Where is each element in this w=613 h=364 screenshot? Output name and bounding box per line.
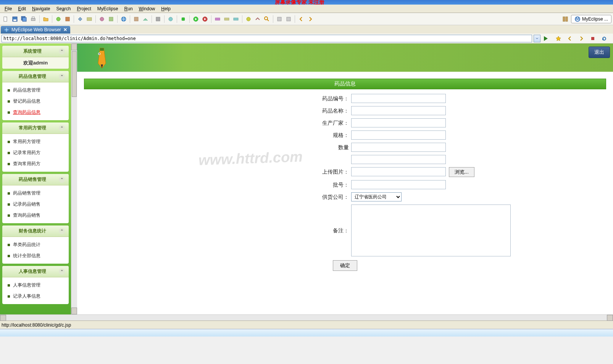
input-quantity[interactable] [351,143,446,152]
save-icon[interactable] [11,15,19,23]
stop-icon[interactable] [589,34,597,43]
forward-icon[interactable] [306,15,315,23]
input-manufacturer[interactable] [351,118,446,127]
bullet-icon [8,100,10,103]
sidebar-item[interactable]: 药品销售管理 [2,188,69,199]
collapse-icon[interactable]: ⌃ [59,177,65,183]
menu-navigate[interactable]: Navigate [29,5,53,12]
browse-button[interactable]: 浏览... [449,167,474,177]
menu-file[interactable]: File [2,5,15,12]
tool-icon-2[interactable] [63,15,72,23]
search-icon[interactable] [263,15,271,23]
collapse-icon[interactable]: ⌃ [59,228,65,234]
debug-icon[interactable] [179,15,187,23]
run-ext-icon[interactable] [201,15,209,23]
sidebar-item-label: 药品销售管理 [13,190,40,196]
url-input[interactable] [2,35,532,42]
sidebar-item-label: 人事信息管理 [13,282,40,288]
sidebar-header[interactable]: 财务信息统计⌃ [2,225,69,237]
sidebar-item-label: 查询药品信息 [13,109,40,116]
tool-icon-7[interactable] [132,15,140,23]
logout-button[interactable]: 退出 [589,47,610,58]
sidebar-item[interactable]: 记录药品销售 [2,199,69,210]
tool-icon-15[interactable] [253,15,262,23]
sidebar-item[interactable]: 常用药方管理 [2,136,69,147]
nav-back-icon[interactable] [566,34,574,43]
sidebar-header[interactable]: 人事信息管理⌃ [2,266,69,277]
input-batch[interactable] [351,180,446,189]
refresh-icon[interactable] [600,34,608,43]
tool-icon-5[interactable] [98,15,106,23]
svg-point-33 [99,53,100,55]
go-button[interactable] [542,35,550,42]
perspective-switch-icon[interactable] [561,15,569,23]
sidebar-header-system[interactable]: 系统管理 ⌃ [2,46,69,57]
tool-icon-17[interactable] [284,15,293,23]
svg-text:M: M [576,16,579,21]
collapse-icon[interactable]: ⌃ [59,269,65,275]
menu-window[interactable]: Window [136,5,158,12]
sidebar-header[interactable]: 常用药方管理⌃ [2,122,69,134]
tab-browser[interactable]: MyEclipse Web Browser ✕ [1,26,70,34]
input-code[interactable] [351,94,446,103]
perspective-button[interactable]: M MyEclipse ... [571,15,611,23]
sidebar-item[interactable]: 查询药品销售 [2,210,69,221]
new-icon[interactable] [2,15,10,23]
sidebar-header[interactable]: 药品信息管理⌃ [2,71,69,82]
collapse-icon[interactable]: ⌃ [59,125,65,131]
submit-button[interactable]: 确定 [333,260,357,271]
sidebar-item[interactable]: 记录人事信息 [2,291,69,302]
menu-project[interactable]: Project [74,5,94,12]
tool-icon-11[interactable] [213,15,222,23]
menu-search[interactable]: Search [53,5,74,12]
menu-myeclipse[interactable]: MyEclipse [94,5,121,12]
tool-icon-6[interactable] [107,15,115,23]
label-name: 药品名称： [84,106,351,114]
sidebar-item[interactable]: 登记药品信息 [2,96,69,107]
menu-edit[interactable]: Edit [15,5,29,12]
scrollbar-vertical[interactable] [71,43,77,314]
tool-icon-4[interactable] [85,15,94,23]
run-icon[interactable] [192,15,200,23]
tool-icon-14[interactable] [244,15,253,23]
folder-icon[interactable] [42,15,50,23]
sidebar-item[interactable]: 查询药品信息 [2,107,69,118]
editor-tab-bar: MyEclipse Web Browser ✕ [0,25,613,34]
input-blank[interactable] [351,155,446,164]
collapse-icon[interactable]: ⌃ [59,74,65,80]
scrollbar-horizontal[interactable] [0,314,613,321]
collapse-icon[interactable]: ⌃ [59,48,65,55]
favorite-icon[interactable] [554,34,563,43]
tool-icon-3[interactable] [76,15,84,23]
tool-icon-8[interactable] [141,15,150,23]
globe-icon[interactable] [119,15,128,23]
sidebar-item[interactable]: 记录常用药方 [2,147,69,158]
input-upload[interactable] [351,167,446,176]
input-spec[interactable] [351,130,446,140]
sidebar-item[interactable]: 药品信息管理 [2,85,69,96]
menu-help[interactable]: Help [158,5,174,12]
nav-forward-icon[interactable] [577,34,586,43]
textarea-remark[interactable] [351,205,511,256]
sidebar-header[interactable]: 药品销售管理⌃ [2,174,69,185]
select-supplier[interactable]: 辽宁省医药公司 [351,192,402,201]
menu-run[interactable]: Run [121,5,136,12]
tool-icon-9[interactable] [154,15,162,23]
url-dropdown[interactable] [534,35,540,42]
input-name[interactable] [351,106,446,115]
sidebar-item[interactable]: 单类药品统计 [2,239,69,250]
print-icon[interactable] [29,15,37,23]
tool-icon-10[interactable] [166,15,175,23]
sidebar-item[interactable]: 查询常用药方 [2,158,69,169]
tool-icon-13[interactable] [232,15,240,23]
save-all-icon[interactable] [20,15,28,23]
close-icon[interactable]: ✕ [63,27,67,32]
tool-icon-12[interactable] [223,15,231,23]
back-icon[interactable] [297,15,305,23]
tool-icon-16[interactable] [275,15,284,23]
svg-rect-11 [109,17,113,21]
sidebar-item[interactable]: 人事信息管理 [2,280,69,291]
tool-icon-1[interactable] [54,15,63,23]
label-supplier: 供货公司： [84,192,351,201]
sidebar-item[interactable]: 统计全部信息 [2,250,69,261]
